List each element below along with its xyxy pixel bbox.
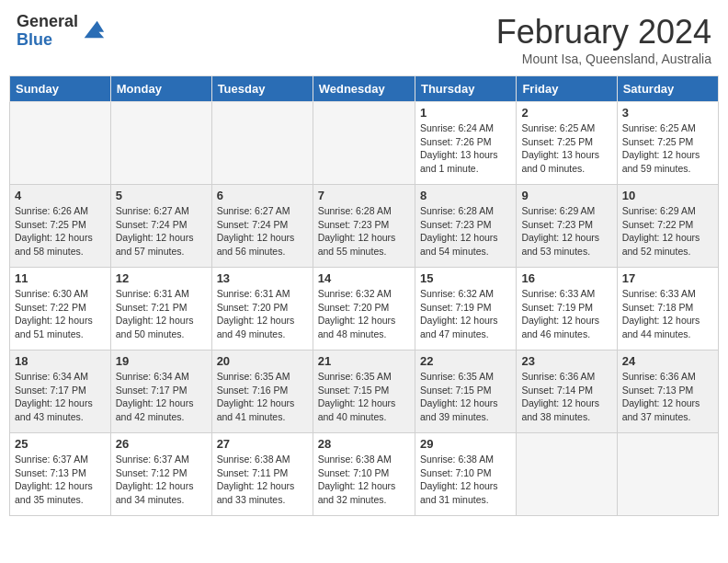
day-number: 6 [217, 189, 308, 202]
calendar-cell [313, 102, 415, 185]
calendar-cell: 10Sunrise: 6:29 AMSunset: 7:22 PMDayligh… [617, 185, 718, 268]
page-header: General Blue February 2024 Mount Isa, Qu… [9, 9, 719, 70]
calendar-header-saturday: Saturday [617, 76, 718, 102]
day-info: Sunrise: 6:25 AMSunset: 7:25 PMDaylight:… [622, 121, 713, 176]
day-number: 28 [318, 437, 410, 451]
day-info: Sunrise: 6:37 AMSunset: 7:13 PMDaylight:… [15, 453, 106, 507]
day-info: Sunrise: 6:28 AMSunset: 7:23 PMDaylight:… [420, 204, 511, 259]
day-number: 8 [420, 189, 511, 202]
calendar-cell: 2Sunrise: 6:25 AMSunset: 7:25 PMDaylight… [517, 102, 617, 185]
day-number: 12 [116, 271, 207, 285]
day-info: Sunrise: 6:24 AMSunset: 7:26 PMDaylight:… [420, 121, 511, 176]
calendar-cell: 23Sunrise: 6:36 AMSunset: 7:14 PMDayligh… [517, 350, 617, 433]
day-info: Sunrise: 6:37 AMSunset: 7:12 PMDaylight:… [116, 453, 207, 507]
day-number: 27 [217, 437, 308, 451]
calendar-body: 1Sunrise: 6:24 AMSunset: 7:26 PMDaylight… [10, 102, 719, 516]
day-info: Sunrise: 6:35 AMSunset: 7:15 PMDaylight:… [318, 370, 410, 424]
day-info: Sunrise: 6:25 AMSunset: 7:25 PMDaylight:… [521, 121, 611, 176]
calendar-cell: 1Sunrise: 6:24 AMSunset: 7:26 PMDaylight… [415, 102, 516, 185]
day-info: Sunrise: 6:29 AMSunset: 7:22 PMDaylight:… [622, 204, 713, 259]
calendar-cell: 29Sunrise: 6:38 AMSunset: 7:10 PMDayligh… [415, 433, 516, 516]
day-info: Sunrise: 6:31 AMSunset: 7:20 PMDaylight:… [217, 287, 308, 341]
day-number: 7 [318, 189, 410, 202]
day-number: 17 [622, 271, 713, 285]
day-info: Sunrise: 6:27 AMSunset: 7:24 PMDaylight:… [116, 204, 207, 259]
day-info: Sunrise: 6:32 AMSunset: 7:20 PMDaylight:… [318, 287, 410, 341]
day-number: 10 [622, 189, 713, 202]
day-number: 14 [318, 271, 410, 285]
day-number: 13 [217, 271, 308, 285]
calendar-cell: 6Sunrise: 6:27 AMSunset: 7:24 PMDaylight… [211, 185, 313, 268]
month-title: February 2024 [496, 13, 711, 52]
calendar-cell [10, 102, 111, 185]
calendar-cell: 5Sunrise: 6:27 AMSunset: 7:24 PMDaylight… [110, 185, 211, 268]
day-number: 18 [15, 354, 106, 368]
title-section: February 2024 Mount Isa, Queensland, Aus… [496, 13, 711, 66]
calendar-cell [517, 433, 617, 516]
day-info: Sunrise: 6:26 AMSunset: 7:25 PMDaylight:… [15, 204, 106, 259]
logo-general: General [17, 13, 78, 31]
day-number: 11 [15, 271, 106, 285]
day-number: 1 [420, 106, 511, 120]
calendar-cell: 13Sunrise: 6:31 AMSunset: 7:20 PMDayligh… [211, 268, 313, 350]
day-number: 25 [15, 437, 106, 451]
calendar-cell: 22Sunrise: 6:35 AMSunset: 7:15 PMDayligh… [415, 350, 516, 433]
calendar-cell: 14Sunrise: 6:32 AMSunset: 7:20 PMDayligh… [313, 268, 415, 350]
day-number: 23 [521, 354, 611, 368]
day-info: Sunrise: 6:34 AMSunset: 7:17 PMDaylight:… [116, 370, 207, 424]
day-info: Sunrise: 6:36 AMSunset: 7:14 PMDaylight:… [521, 370, 611, 424]
calendar-header-sunday: Sunday [10, 76, 111, 102]
day-info: Sunrise: 6:38 AMSunset: 7:10 PMDaylight:… [318, 453, 410, 507]
day-number: 5 [116, 189, 207, 202]
calendar-cell: 9Sunrise: 6:29 AMSunset: 7:23 PMDaylight… [517, 185, 617, 268]
day-info: Sunrise: 6:27 AMSunset: 7:24 PMDaylight:… [217, 204, 308, 259]
calendar-cell: 19Sunrise: 6:34 AMSunset: 7:17 PMDayligh… [110, 350, 211, 433]
calendar-week-1: 4Sunrise: 6:26 AMSunset: 7:25 PMDaylight… [10, 185, 719, 268]
day-number: 15 [420, 271, 511, 285]
calendar-cell: 16Sunrise: 6:33 AMSunset: 7:19 PMDayligh… [517, 268, 617, 350]
calendar-cell [617, 433, 718, 516]
calendar-cell [211, 102, 313, 185]
calendar-header-thursday: Thursday [415, 76, 516, 102]
calendar-cell: 8Sunrise: 6:28 AMSunset: 7:23 PMDaylight… [415, 185, 516, 268]
day-info: Sunrise: 6:38 AMSunset: 7:10 PMDaylight:… [420, 453, 511, 507]
svg-marker-0 [85, 20, 104, 38]
day-info: Sunrise: 6:30 AMSunset: 7:22 PMDaylight:… [15, 287, 106, 341]
day-number: 29 [420, 437, 511, 451]
calendar-cell: 7Sunrise: 6:28 AMSunset: 7:23 PMDaylight… [313, 185, 415, 268]
day-info: Sunrise: 6:35 AMSunset: 7:15 PMDaylight:… [420, 370, 511, 424]
day-number: 26 [116, 437, 207, 451]
calendar-week-0: 1Sunrise: 6:24 AMSunset: 7:26 PMDaylight… [10, 102, 719, 185]
logo-icon [80, 17, 106, 42]
day-number: 19 [116, 354, 207, 368]
calendar-cell: 11Sunrise: 6:30 AMSunset: 7:22 PMDayligh… [10, 268, 111, 350]
logo: General Blue [17, 13, 106, 50]
day-info: Sunrise: 6:38 AMSunset: 7:11 PMDaylight:… [217, 453, 308, 507]
calendar-week-4: 25Sunrise: 6:37 AMSunset: 7:13 PMDayligh… [10, 433, 719, 516]
day-number: 16 [521, 271, 611, 285]
calendar-cell: 24Sunrise: 6:36 AMSunset: 7:13 PMDayligh… [617, 350, 718, 433]
day-number: 3 [622, 106, 713, 120]
day-info: Sunrise: 6:35 AMSunset: 7:16 PMDaylight:… [217, 370, 308, 424]
day-number: 22 [420, 354, 511, 368]
calendar-cell: 12Sunrise: 6:31 AMSunset: 7:21 PMDayligh… [110, 268, 211, 350]
calendar-header-wednesday: Wednesday [313, 76, 415, 102]
day-info: Sunrise: 6:28 AMSunset: 7:23 PMDaylight:… [318, 204, 410, 259]
day-number: 2 [521, 106, 611, 120]
logo-blue: Blue [17, 31, 78, 50]
day-info: Sunrise: 6:33 AMSunset: 7:18 PMDaylight:… [622, 287, 713, 341]
day-info: Sunrise: 6:32 AMSunset: 7:19 PMDaylight:… [420, 287, 511, 341]
calendar-header-friday: Friday [517, 76, 617, 102]
day-info: Sunrise: 6:33 AMSunset: 7:19 PMDaylight:… [521, 287, 611, 341]
calendar-header-monday: Monday [110, 76, 211, 102]
calendar-week-3: 18Sunrise: 6:34 AMSunset: 7:17 PMDayligh… [10, 350, 719, 433]
calendar-cell: 3Sunrise: 6:25 AMSunset: 7:25 PMDaylight… [617, 102, 718, 185]
calendar-week-2: 11Sunrise: 6:30 AMSunset: 7:22 PMDayligh… [10, 268, 719, 350]
calendar-header-row: SundayMondayTuesdayWednesdayThursdayFrid… [10, 76, 719, 102]
day-number: 20 [217, 354, 308, 368]
calendar-cell: 25Sunrise: 6:37 AMSunset: 7:13 PMDayligh… [10, 433, 111, 516]
calendar-cell: 21Sunrise: 6:35 AMSunset: 7:15 PMDayligh… [313, 350, 415, 433]
day-number: 24 [622, 354, 713, 368]
calendar-header-tuesday: Tuesday [211, 76, 313, 102]
calendar-table: SundayMondayTuesdayWednesdayThursdayFrid… [9, 75, 719, 516]
